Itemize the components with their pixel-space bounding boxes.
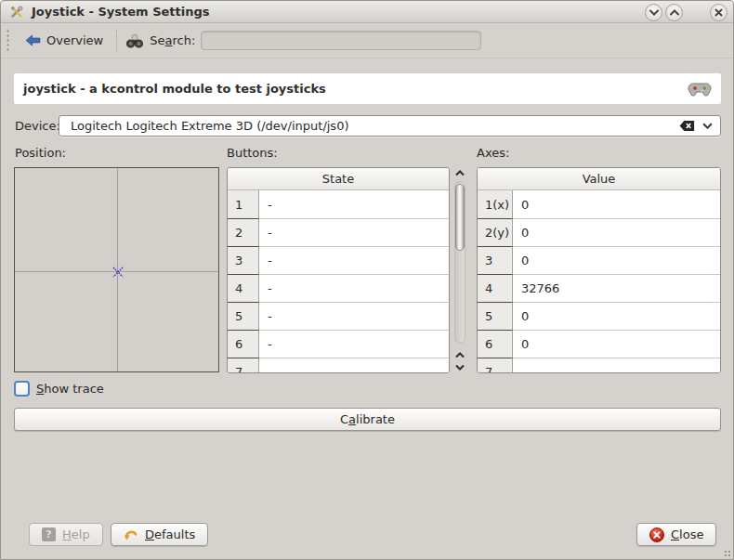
help-icon: ? [42,527,56,541]
button-state: - [259,190,449,218]
table-row[interactable]: 6- [228,330,449,358]
defaults-label: Defaults [145,527,195,541]
overview-label: Overview [46,33,103,47]
window-title: Joystick - System Settings [32,5,210,19]
table-row[interactable]: 3- [228,246,449,274]
scroll-up-icon[interactable] [453,349,466,361]
axis-value [513,358,720,373]
buttons-scrollbar[interactable] [453,167,466,373]
axis-value: 0 [513,302,720,330]
row-number: 6 [228,330,259,358]
calibrate-button[interactable]: Calibrate [14,408,721,431]
table-row[interactable]: 2(y)0 [478,218,720,246]
table-row[interactable]: 30 [478,246,720,274]
row-number: 1 [228,190,259,218]
position-label: Position: [15,146,66,160]
button-state: - [259,358,449,373]
calibrate-label: Calibrate [340,412,395,426]
scroll-down-icon[interactable] [453,361,466,373]
row-number: 4 [478,274,513,302]
overview-button[interactable]: Overview [18,31,111,50]
resize-grip[interactable] [724,550,731,557]
gamepad-icon [688,81,712,98]
scroll-up-icon[interactable] [453,167,466,179]
close-red-icon [649,527,664,542]
clear-icon[interactable] [679,120,695,132]
table-row[interactable]: 4- [228,274,449,302]
system-settings-tools-icon [9,5,24,20]
toolbar: Overview Search: [1,23,733,59]
toolbar-drag-handle[interactable] [6,29,10,53]
show-trace-label[interactable]: Show trace [36,382,104,396]
position-pad [14,167,219,372]
row-number: 5 [478,302,513,330]
scrollbar-thumb[interactable] [455,184,465,251]
button-state: - [259,274,449,302]
axes-table-header: Value [478,168,720,190]
axis-value: 0 [513,246,720,274]
device-value: Logitech Logitech Extreme 3D (/dev/input… [71,119,672,133]
minimize-button[interactable] [645,4,662,21]
help-button[interactable]: ? Help [29,523,103,546]
button-state: - [259,330,449,358]
back-arrow-icon [25,34,41,46]
device-label: Device: [15,119,60,133]
table-row[interactable]: 1(x)0 [478,190,720,218]
buttons-table-header: State [228,168,449,190]
defaults-button[interactable]: Defaults [111,523,208,546]
search-binoculars-icon [125,32,144,50]
axis-value: 32766 [513,274,720,302]
scrollbar-track[interactable] [454,181,465,344]
toolbar-separator [116,30,118,52]
row-number: 6 [478,330,513,358]
table-row[interactable]: 60 [478,330,720,358]
close-button[interactable]: Close [636,523,716,546]
system-settings-window: Joystick - System Settings Overview [0,0,734,560]
axes-label: Axes: [477,146,509,160]
module-header: joystick - a kcontrol module to test joy… [14,73,721,104]
table-row[interactable]: 50 [478,302,720,330]
combo-chevron-down-icon[interactable] [702,123,713,129]
table-row[interactable]: 432766 [478,274,720,302]
button-state: - [259,246,449,274]
buttons-label: Buttons: [227,146,278,160]
row-number: 2 [228,218,259,246]
row-number: 3 [228,246,259,274]
device-combobox[interactable]: Logitech Logitech Extreme 3D (/dev/input… [59,115,721,137]
maximize-button[interactable] [665,4,683,21]
axis-value: 0 [513,218,720,246]
row-number: 2(y) [478,218,513,246]
show-trace-checkbox[interactable] [14,381,30,397]
button-state: - [259,302,449,330]
table-row[interactable]: 7 [478,358,720,373]
table-row[interactable]: 2- [228,218,449,246]
undo-icon [124,528,138,541]
close-icon [714,8,723,17]
row-number: 4 [228,274,259,302]
axes-table: Value 1(x)0 2(y)0 30 432766 50 60 7 [477,167,721,373]
buttons-table: State 1- 2- 3- 4- 5- 6- 7- [227,167,450,373]
help-label: Help [62,527,90,541]
close-window-button[interactable] [710,4,727,21]
module-title: joystick - a kcontrol module to test joy… [23,82,326,96]
button-state: - [259,218,449,246]
row-number: 1(x) [478,190,513,218]
axis-value: 0 [513,190,720,218]
axis-value: 0 [513,330,720,358]
table-row[interactable]: 7- [228,358,449,373]
chevron-down-icon [649,9,659,16]
titlebar[interactable]: Joystick - System Settings [1,1,733,23]
close-label: Close [671,527,703,541]
search-label: Search: [150,33,195,47]
row-number: 3 [478,246,513,274]
row-number: 7 [478,358,513,373]
table-row[interactable]: 5- [228,302,449,330]
search-input[interactable] [201,31,481,50]
row-number: 5 [228,302,259,330]
table-row[interactable]: 1- [228,190,449,218]
joystick-position-marker [111,266,125,279]
row-number: 7 [228,358,259,373]
chevron-up-icon [670,9,679,16]
